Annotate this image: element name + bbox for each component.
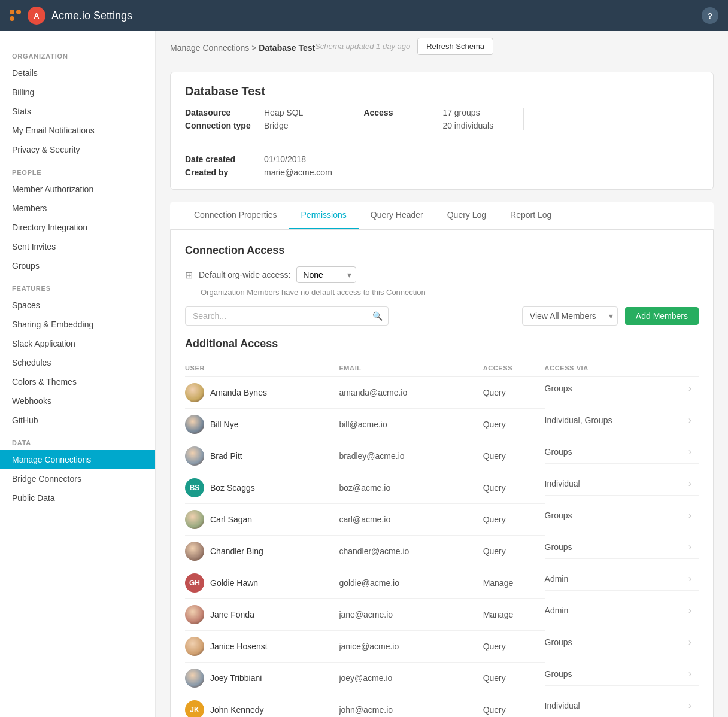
sidebar-item-colors-themes[interactable]: Colors & Themes xyxy=(0,372,155,391)
user-name: Janice Hosenst xyxy=(210,642,268,651)
user-access-via: Individual, Groups› xyxy=(545,409,699,432)
sidebar-item-directory-integration[interactable]: Directory Integration xyxy=(0,218,155,237)
access-icon: ⊞ xyxy=(185,269,193,281)
row-expand-arrow[interactable]: › xyxy=(688,542,691,552)
sidebar-item-spaces[interactable]: Spaces xyxy=(0,296,155,315)
row-expand-arrow[interactable]: › xyxy=(688,573,691,584)
breadcrumb-parent[interactable]: Manage Connections xyxy=(170,43,249,53)
user-email: amanda@acme.io xyxy=(339,377,483,409)
tab-connection-properties[interactable]: Connection Properties xyxy=(182,202,289,229)
user-email: carl@acme.io xyxy=(339,504,483,536)
schema-info: Schema updated 1 day ago Refresh Schema xyxy=(315,38,493,55)
user-email: boz@acme.io xyxy=(339,472,483,504)
col-header-email: EMAIL xyxy=(339,360,483,377)
table-row: Jane Fondajane@acme.ioManageAdmin› xyxy=(185,599,699,631)
top-nav: A Acme.io Settings ? xyxy=(0,0,728,31)
user-cell: Carl Sagan xyxy=(185,504,339,536)
tab-query-header[interactable]: Query Header xyxy=(359,202,435,229)
members-table: USEREMAILACCESSACCESS VIA Amanda Bynesam… xyxy=(185,360,699,717)
row-expand-arrow[interactable]: › xyxy=(688,605,691,616)
table-row: Bill Nyebill@acme.ioQueryIndividual, Gro… xyxy=(185,409,699,440)
sidebar-item-members[interactable]: Members xyxy=(0,199,155,218)
user-email: chandler@acme.io xyxy=(339,536,483,567)
tab-permissions[interactable]: Permissions xyxy=(289,202,359,229)
user-email: janice@acme.io xyxy=(339,631,483,663)
user-access-via: Groups› xyxy=(545,504,699,527)
meta-group-datasource: Datasource Heap SQL Connection type Brid… xyxy=(185,108,303,130)
filter-select-wrap: View All Members Admins Query Manage ▾ xyxy=(522,306,618,326)
help-button[interactable]: ? xyxy=(702,7,718,24)
date-created-label: Date created xyxy=(185,154,257,164)
schema-status: Schema updated 1 day ago xyxy=(315,42,410,51)
sidebar-item-details[interactable]: Details xyxy=(0,63,155,83)
table-row: Chandler Bingchandler@acme.ioQueryGroups… xyxy=(185,536,699,567)
sidebar-item-github[interactable]: GitHub xyxy=(0,411,155,430)
user-access: Query xyxy=(483,631,545,663)
sidebar-item-billing[interactable]: Billing xyxy=(0,83,155,102)
sidebar-item-sent-invites[interactable]: Sent Invites xyxy=(0,237,155,256)
user-access: Query xyxy=(483,409,545,440)
meta-group-access: Access 17 groups 20 individuals xyxy=(363,108,493,130)
default-access-select[interactable]: None Query Manage xyxy=(296,266,356,283)
user-cell: Jane Fonda xyxy=(185,599,339,631)
row-expand-arrow[interactable]: › xyxy=(688,415,691,426)
meta-group-dates: Date created 01/10/2018 Created by marie… xyxy=(185,154,332,177)
refresh-schema-button[interactable]: Refresh Schema xyxy=(417,38,493,55)
table-row: JKJohn Kennedyjohn@acme.ioQueryIndividua… xyxy=(185,694,699,718)
user-avatar[interactable]: A xyxy=(28,7,46,25)
tab-query-log[interactable]: Query Log xyxy=(435,202,498,229)
user-name: Bill Nye xyxy=(210,420,238,429)
tab-content: Connection Access ⊞ Default org-wide acc… xyxy=(170,229,714,717)
row-expand-arrow[interactable]: › xyxy=(688,446,691,457)
user-access: Query xyxy=(483,536,545,567)
sidebar-item-schedules[interactable]: Schedules xyxy=(0,353,155,372)
sidebar-section-people: PEOPLE xyxy=(0,159,155,180)
user-avatar: JK xyxy=(185,700,204,717)
row-expand-arrow[interactable]: › xyxy=(688,510,691,521)
sidebar-section-features: FEATURES xyxy=(0,275,155,296)
created-by-label: Created by xyxy=(185,168,257,177)
row-expand-arrow[interactable]: › xyxy=(688,637,691,648)
user-name: Goldie Hawn xyxy=(210,578,258,588)
add-members-button[interactable]: Add Members xyxy=(625,307,699,325)
sidebar-item-slack-application[interactable]: Slack Application xyxy=(0,334,155,353)
sidebar-item-webhooks[interactable]: Webhooks xyxy=(0,391,155,411)
user-avatar xyxy=(185,510,204,529)
access-hint: Organization Members have no default acc… xyxy=(201,288,699,297)
user-email: bill@acme.io xyxy=(339,409,483,440)
tab-report-log[interactable]: Report Log xyxy=(498,202,563,229)
user-name: Chandler Bing xyxy=(210,546,263,556)
col-header-access-via: ACCESS VIA xyxy=(545,360,699,377)
user-name: Amanda Bynes xyxy=(210,388,267,397)
user-avatar: BS xyxy=(185,478,204,497)
access-individuals: 20 individuals xyxy=(442,121,493,130)
sidebar-item-sharing-embedding[interactable]: Sharing & Embedding xyxy=(0,315,155,334)
search-input[interactable] xyxy=(185,306,389,326)
sidebar-item-public-data[interactable]: Public Data xyxy=(0,488,155,508)
row-expand-arrow[interactable]: › xyxy=(688,383,691,394)
row-expand-arrow[interactable]: › xyxy=(688,700,691,711)
sidebar-section-data: DATA xyxy=(0,430,155,450)
row-expand-arrow[interactable]: › xyxy=(688,669,691,679)
sidebar-item-my-email-notifications[interactable]: My Email Notifications xyxy=(0,121,155,140)
sidebar-item-manage-connections[interactable]: Manage Connections xyxy=(0,450,155,469)
table-row: BSBoz Scaggsboz@acme.ioQueryIndividual› xyxy=(185,472,699,504)
search-icon: 🔍 xyxy=(372,311,383,321)
table-row: Joey Tribbianijoey@acme.ioQueryGroups› xyxy=(185,663,699,694)
user-cell: BSBoz Scaggs xyxy=(185,472,339,504)
row-expand-arrow[interactable]: › xyxy=(688,478,691,489)
user-avatar xyxy=(185,446,204,466)
filter-members-select[interactable]: View All Members Admins Query Manage xyxy=(522,306,618,326)
filter-row: 🔍 View All Members Admins Query Manage ▾… xyxy=(185,306,699,326)
sidebar-item-stats[interactable]: Stats xyxy=(0,102,155,121)
sidebar-item-privacy-security[interactable]: Privacy & Security xyxy=(0,140,155,159)
user-avatar xyxy=(185,415,204,434)
table-row: Brad Pittbradley@acme.ioQueryGroups› xyxy=(185,440,699,472)
sidebar-item-bridge-connectors[interactable]: Bridge Connectors xyxy=(0,469,155,488)
sidebar-item-groups[interactable]: Groups xyxy=(0,256,155,275)
sidebar-item-member-authorization[interactable]: Member Authorization xyxy=(0,180,155,199)
user-access-via: Admin› xyxy=(545,599,699,622)
main-content: Manage Connections > Database Test Schem… xyxy=(156,31,728,717)
user-cell: Brad Pitt xyxy=(185,440,339,472)
user-name: Brad Pitt xyxy=(210,451,242,461)
